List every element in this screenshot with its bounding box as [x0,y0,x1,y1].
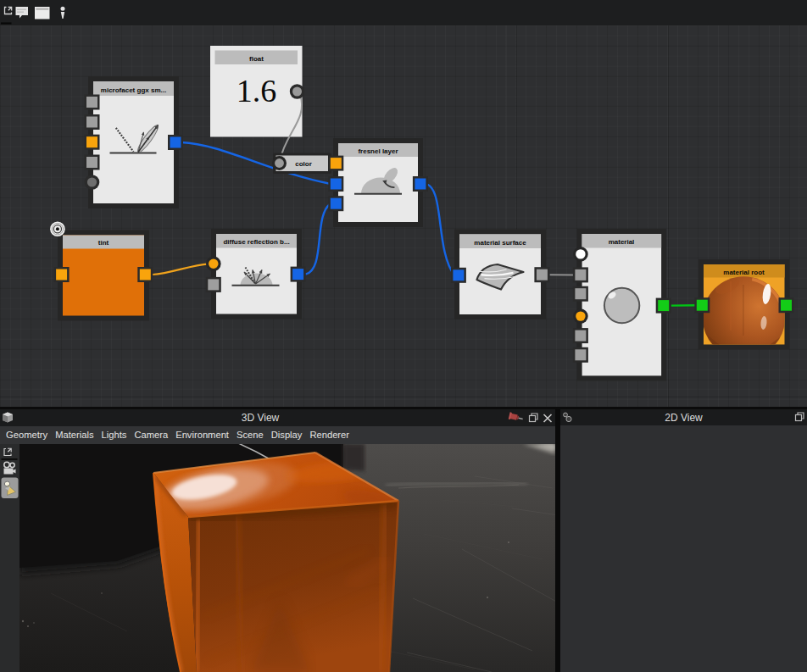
svg-text:material surface: material surface [474,239,526,247]
svg-text:diffuse reflection b...: diffuse reflection b... [223,238,289,246]
svg-text:tint: tint [98,239,109,247]
svg-text:material root: material root [723,269,765,276]
svg-text:color: color [295,160,312,168]
svg-text:float: float [249,55,264,63]
svg-text:1.6: 1.6 [237,73,277,108]
svg-text:fresnel layer: fresnel layer [358,147,398,155]
svg-text:material: material [609,238,635,246]
svg-text:microfacet ggx sm...: microfacet ggx sm... [101,86,166,94]
